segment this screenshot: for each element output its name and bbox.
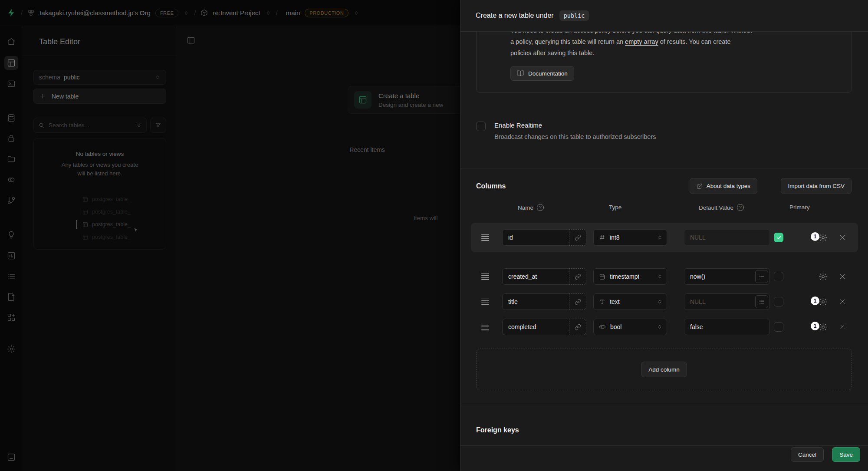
footer-divider — [460, 445, 868, 446]
panel-header: Create a new table under public — [460, 0, 868, 32]
default-value-input — [684, 229, 770, 246]
column-settings-button[interactable] — [819, 272, 828, 282]
enable-realtime-description: Broadcast changes on this table to autho… — [494, 133, 656, 140]
column-type-select[interactable]: timestamptz — [593, 268, 667, 285]
foreign-key-button[interactable] — [569, 268, 586, 285]
link-icon — [575, 324, 581, 330]
drag-handle-icon[interactable] — [481, 323, 489, 331]
column-type-value: timestamptz — [610, 273, 639, 280]
hash-icon — [599, 234, 605, 241]
foreign-key-button[interactable] — [569, 319, 586, 335]
remove-column-icon[interactable] — [839, 323, 846, 330]
default-value-menu-button[interactable] — [755, 270, 768, 283]
column-name-input[interactable] — [502, 268, 569, 285]
enable-realtime-label: Enable Realtime — [494, 122, 542, 129]
app-root: / takagaki.ryuhei@classmethod.jp's Org F… — [0, 0, 868, 471]
column-row-title: text 1 — [476, 293, 853, 310]
column-row-completed: bool 1 — [476, 319, 853, 335]
column-header-default: Default Value? — [699, 204, 744, 211]
foreign-key-button[interactable] — [569, 229, 586, 246]
settings-count-badge: 1 — [811, 322, 819, 330]
modal-overlay[interactable] — [0, 0, 460, 471]
remove-column-icon[interactable] — [839, 273, 846, 280]
foreign-key-button[interactable] — [569, 293, 586, 310]
about-data-types-button[interactable]: About data types — [690, 178, 757, 194]
column-type-value: bool — [610, 323, 621, 330]
column-settings-button[interactable]: 1 — [819, 297, 828, 307]
primary-key-checkbox[interactable] — [774, 272, 783, 281]
rls-text: of results. You can create — [658, 38, 731, 45]
check-icon — [776, 235, 782, 240]
primary-key-checkbox[interactable] — [774, 297, 783, 306]
list-icon — [759, 273, 765, 280]
help-icon[interactable]: ? — [737, 204, 744, 211]
import-csv-label: Import data from CSV — [788, 183, 845, 189]
chevron-up-down-icon — [657, 273, 663, 280]
primary-key-checkbox[interactable] — [774, 322, 783, 332]
rls-body-line: a policy, querying this table will retur… — [510, 36, 838, 47]
section-divider — [460, 168, 868, 168]
list-icon — [759, 299, 765, 305]
help-icon[interactable]: ? — [537, 204, 544, 211]
book-icon — [517, 70, 524, 77]
column-type-value: text — [610, 298, 620, 305]
cancel-button[interactable]: Cancel — [791, 447, 824, 462]
column-type-select[interactable]: text — [593, 293, 667, 310]
create-table-panel: You need to create an access policy befo… — [460, 0, 868, 471]
gear-icon — [819, 323, 828, 332]
link-icon — [575, 273, 581, 280]
link-icon — [575, 299, 581, 305]
drag-handle-icon[interactable] — [481, 233, 489, 242]
column-name-input[interactable] — [502, 229, 569, 246]
add-column-dropzone: Add column — [476, 349, 852, 390]
gear-icon — [819, 233, 828, 242]
documentation-button[interactable]: Documentation — [510, 66, 574, 81]
about-data-types-label: About data types — [707, 183, 750, 189]
column-type-select[interactable]: int8 — [593, 229, 667, 246]
schema-chip: public — [559, 10, 589, 21]
documentation-label: Documentation — [528, 70, 568, 77]
column-row-created-at: timestamptz — [476, 268, 853, 285]
remove-column-icon[interactable] — [839, 234, 846, 241]
column-header-type: Type — [609, 204, 621, 211]
rls-body-line: policies after saving this table. — [510, 47, 838, 59]
gear-icon — [819, 272, 828, 281]
column-row-id: int8 1 — [476, 229, 853, 246]
column-name-input[interactable] — [502, 293, 569, 310]
chevron-up-down-icon — [657, 324, 663, 330]
save-button[interactable]: Save — [832, 447, 860, 462]
external-link-icon — [697, 183, 703, 189]
remove-column-icon[interactable] — [839, 298, 846, 305]
link-icon — [575, 234, 581, 241]
add-column-button[interactable]: Add column — [641, 362, 687, 377]
enable-realtime-checkbox[interactable] — [476, 122, 486, 131]
text-type-icon — [599, 299, 605, 305]
empty-array-link[interactable]: empty array — [625, 38, 658, 45]
panel-title: Create a new table under — [476, 12, 554, 20]
chevron-up-down-icon — [657, 234, 663, 240]
drag-handle-icon[interactable] — [481, 297, 489, 306]
column-header-name: Name? — [518, 204, 544, 211]
column-header-primary: Primary — [789, 204, 810, 211]
section-divider — [460, 406, 868, 406]
primary-key-checkbox[interactable] — [774, 233, 783, 242]
import-csv-button[interactable]: Import data from CSV — [781, 178, 852, 194]
column-type-value: int8 — [610, 234, 620, 241]
columns-section-title: Columns — [476, 182, 506, 190]
foreign-keys-section-title: Foreign keys — [476, 426, 519, 434]
toggle-icon — [599, 323, 606, 330]
column-name-input[interactable] — [502, 319, 569, 335]
column-settings-button[interactable]: 1 — [819, 323, 828, 332]
default-value-input[interactable] — [684, 319, 770, 335]
gear-icon — [819, 297, 828, 306]
calendar-icon — [599, 273, 605, 280]
chevron-up-down-icon — [657, 299, 663, 305]
column-type-select[interactable]: bool — [593, 319, 667, 335]
settings-count-badge: 1 — [811, 232, 819, 241]
drag-handle-icon[interactable] — [481, 272, 489, 281]
column-settings-button[interactable]: 1 — [819, 233, 828, 243]
rls-text: a policy, querying this table will retur… — [510, 38, 625, 45]
default-value-menu-button[interactable] — [755, 295, 768, 308]
settings-count-badge: 1 — [811, 296, 819, 305]
